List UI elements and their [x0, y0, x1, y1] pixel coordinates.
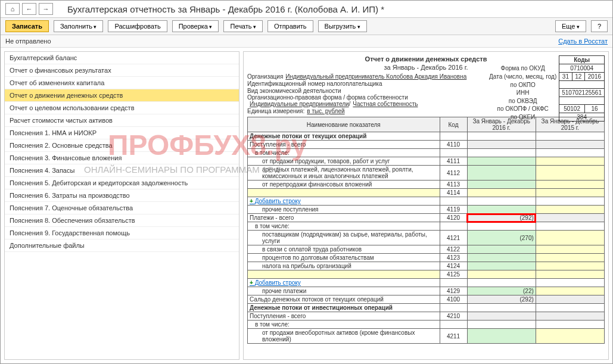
- r4122: в связи с оплатой труда работников: [248, 245, 440, 254]
- sidebar: Бухгалтерский балансОтчет о финансовых р…: [4, 51, 239, 360]
- v4120-1[interactable]: (292): [467, 214, 536, 222]
- r4210: Поступления - всего: [248, 312, 440, 321]
- help-button[interactable]: ?: [591, 20, 608, 32]
- sidebar-item-4[interactable]: Отчет о целевом использовании средств: [5, 102, 239, 114]
- v4100-1[interactable]: (292): [467, 295, 536, 304]
- v4114-2[interactable]: [536, 189, 604, 197]
- v4110-2[interactable]: [536, 141, 604, 149]
- status-bar: Не отправлено Сдать в Росстат: [1, 35, 612, 48]
- v4210-1[interactable]: [467, 312, 536, 321]
- r4121: поставщикам (подрядчикам) за сырье, мате…: [248, 231, 440, 245]
- incl2: в том числе:: [248, 222, 440, 231]
- th-code: Код: [440, 117, 467, 132]
- v4120-2[interactable]: [536, 214, 604, 222]
- inn-value: 510702125561: [559, 89, 605, 97]
- sidebar-item-2[interactable]: Отчет об изменениях капитала: [5, 77, 239, 89]
- r4111: от продажи продукции, товаров, работ и у…: [248, 157, 440, 166]
- data-table: Наименование показателя Код За Январь - …: [247, 117, 605, 344]
- okpo-label: по ОКПО: [487, 81, 559, 89]
- r4114[interactable]: [248, 189, 440, 197]
- v4121-2[interactable]: [536, 231, 604, 245]
- sidebar-item-11[interactable]: Пояснения 6. Затраты на производство: [5, 189, 239, 202]
- decrypt-button[interactable]: Расшифровать: [108, 20, 167, 32]
- inn-label: Идентификационный номер налогоплательщик…: [247, 80, 382, 87]
- v4125-1[interactable]: [467, 270, 536, 279]
- r4120: Платежи - всего: [248, 214, 440, 222]
- v4125-2[interactable]: [536, 270, 604, 279]
- more-button[interactable]: Еще: [555, 20, 586, 32]
- v4114-1[interactable]: [467, 189, 536, 197]
- v4100-2[interactable]: [536, 295, 604, 304]
- back-icon[interactable]: ←: [22, 3, 36, 15]
- sidebar-item-5[interactable]: Расчет стоимости чистых активов: [5, 114, 239, 127]
- report-content: Коды Форма по ОКУД0710004 Дата (число, м…: [243, 51, 609, 360]
- r4129: прочие платежи: [248, 287, 440, 295]
- date-m: 12: [572, 73, 584, 81]
- v4119-1[interactable]: [467, 206, 536, 214]
- section-1: Денежные потоки от текущих операций: [248, 132, 440, 141]
- r4125[interactable]: [248, 270, 440, 279]
- incl1: в том числе:: [248, 149, 440, 157]
- sidebar-item-8[interactable]: Пояснения 3. Финансовые вложения: [5, 152, 239, 164]
- org-label: Организация: [247, 73, 283, 80]
- okpo-value: [559, 81, 605, 89]
- sidebar-item-12[interactable]: Пояснения 7. Оценочные обязательства: [5, 202, 239, 214]
- write-button[interactable]: Записать: [5, 20, 49, 32]
- unit-label: Единица измерения:: [247, 108, 304, 114]
- check-button[interactable]: Проверка: [172, 20, 219, 32]
- unit-value: в тыс. рублей: [307, 108, 344, 114]
- v4211-1[interactable]: [467, 329, 536, 344]
- print-button[interactable]: Печать: [223, 20, 263, 32]
- v4210-2[interactable]: [536, 312, 604, 321]
- v4111-1[interactable]: [467, 157, 536, 166]
- v4211-2[interactable]: [536, 329, 604, 344]
- okei-label: по ОКЕИ: [487, 113, 559, 122]
- v4124-1[interactable]: [467, 262, 536, 270]
- okopf2: 16: [584, 105, 604, 113]
- v4111-2[interactable]: [536, 157, 604, 166]
- sidebar-item-3[interactable]: Отчет о движении денежных средств: [5, 89, 239, 102]
- v4121-1[interactable]: (270): [467, 231, 536, 245]
- sidebar-item-9[interactable]: Пояснения 4. Запасы: [5, 164, 239, 177]
- sidebar-item-10[interactable]: Пояснения 5. Дебиторская и кредиторская …: [5, 177, 239, 189]
- toolbar: Записать Заполнить Расшифровать Проверка…: [1, 18, 612, 35]
- v4122-2[interactable]: [536, 245, 604, 254]
- sidebar-item-14[interactable]: Пояснения 9. Государственная помощь: [5, 227, 239, 239]
- form1: Индивидуальные предприниматели: [250, 101, 349, 107]
- home-icon[interactable]: ⌂: [5, 3, 20, 15]
- v4129-1[interactable]: (22): [467, 287, 536, 295]
- sidebar-item-1[interactable]: Отчет о финансовых результатах: [5, 64, 239, 77]
- sidebar-item-0[interactable]: Бухгалтерский баланс: [5, 52, 239, 64]
- v4112-1[interactable]: [467, 166, 536, 181]
- v4123-1[interactable]: [467, 254, 536, 262]
- r4110: Поступления - всего: [248, 141, 440, 149]
- sidebar-item-15[interactable]: Дополнительные файлы: [5, 239, 239, 252]
- send-button[interactable]: Отправить: [267, 20, 313, 32]
- sidebar-item-7[interactable]: Пояснения 2. Основные средства: [5, 139, 239, 152]
- v4129-2[interactable]: [536, 287, 604, 295]
- sidebar-item-6[interactable]: Пояснения 1. НМА и НИОКР: [5, 127, 239, 139]
- upload-button[interactable]: Выгрузить: [318, 20, 367, 32]
- rosstat-link[interactable]: Сдать в Росстат: [558, 38, 608, 45]
- status-text: Не отправлено: [5, 38, 51, 45]
- r4123: процентов по долговым обязательствам: [248, 254, 440, 262]
- add-row-2[interactable]: Добавить строку: [250, 279, 301, 286]
- v4113-1[interactable]: [467, 181, 536, 189]
- add-row-1[interactable]: Добавить строку: [250, 198, 301, 204]
- v4113-2[interactable]: [536, 181, 604, 189]
- okopf-label: по ОКОПФ / ОКФС: [487, 105, 559, 113]
- r4124: налога на прибыль организаций: [248, 262, 440, 270]
- v4124-2[interactable]: [536, 262, 604, 270]
- fill-button[interactable]: Заполнить: [54, 20, 104, 32]
- inn-code-label: ИНН: [487, 89, 559, 97]
- v4110-1[interactable]: [467, 141, 536, 149]
- okopf1: 50102: [559, 105, 585, 113]
- date-d: 31: [559, 73, 572, 81]
- v4122-1[interactable]: [467, 245, 536, 254]
- v4119-2[interactable]: [536, 206, 604, 214]
- sidebar-item-13[interactable]: Пояснения 8. Обеспечения обязательств: [5, 214, 239, 227]
- v4112-2[interactable]: [536, 166, 604, 181]
- forward-icon[interactable]: →: [39, 3, 53, 15]
- v4123-2[interactable]: [536, 254, 604, 262]
- incl3: в том числе:: [248, 321, 440, 329]
